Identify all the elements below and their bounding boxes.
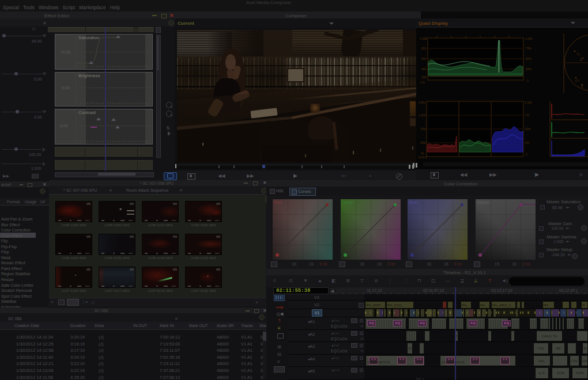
- svg-text:25%: 25%: [420, 141, 427, 145]
- svg-text:75%: 75%: [526, 47, 532, 50]
- svg-text:0: 0: [526, 153, 527, 156]
- svg-text:400: 400: [421, 67, 427, 71]
- svg-text:2%: 2%: [525, 141, 530, 145]
- svg-text:1.000: 1.000: [525, 37, 533, 40]
- svg-text:50%: 50%: [526, 57, 532, 60]
- svg-text:600: 600: [421, 57, 427, 60]
- svg-text:7%: 7%: [525, 113, 530, 117]
- svg-text:2.5%: 2.5%: [419, 101, 425, 104]
- svg-text:YL: YL: [576, 52, 580, 56]
- svg-text:1.000: 1.000: [419, 113, 426, 117]
- svg-text:-0.9: -0.9: [420, 81, 425, 84]
- svg-text:1.000: 1.000: [525, 101, 532, 104]
- svg-text:0m0.9: 0m0.9: [419, 155, 427, 159]
- svg-text:1.099: 1.099: [420, 37, 427, 40]
- svg-text:50%: 50%: [525, 127, 532, 131]
- svg-text:800: 800: [421, 47, 427, 50]
- svg-text:10: 10: [421, 151, 424, 155]
- svg-text:25%: 25%: [526, 67, 532, 71]
- svg-text:200: 200: [421, 75, 427, 79]
- svg-text:0: 0: [527, 79, 529, 82]
- svg-text:75%: 75%: [420, 127, 427, 131]
- svg-text:R: R: [580, 58, 582, 62]
- svg-text:CY: CY: [575, 79, 580, 82]
